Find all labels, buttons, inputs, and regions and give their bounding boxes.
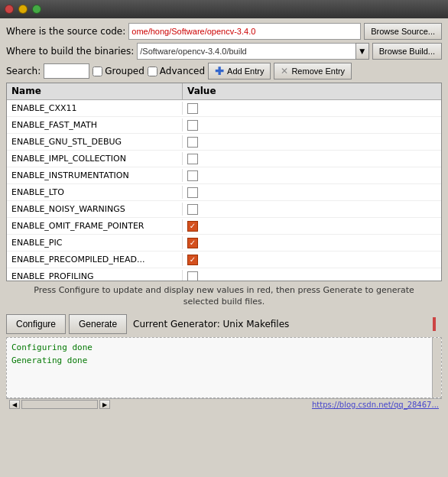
advanced-checkbox[interactable] [148, 67, 157, 76]
checked-checkbox[interactable]: ✓ [187, 255, 198, 265]
bottom-toolbar: Configure Generate Current Generator: Un… [6, 311, 442, 337]
source-row: Where is the source code: Browse Source.… [6, 23, 442, 40]
grouped-checkbox[interactable] [93, 67, 102, 76]
main-window: Where is the source code: Browse Source.… [0, 18, 448, 415]
configure-button[interactable]: Configure [6, 314, 66, 334]
cell-name: ENABLE_NOISY_WARNINGS [7, 203, 183, 216]
cell-value: ✓ [183, 253, 441, 267]
cell-name: ENABLE_LTO [7, 186, 183, 199]
build-dropdown-button[interactable]: ▼ [355, 43, 369, 60]
generator-bar [292, 317, 442, 331]
cell-value [183, 203, 441, 216]
unchecked-checkbox[interactable] [187, 137, 198, 148]
url-link[interactable]: https://blog.csdn.net/qq_28467... [312, 401, 439, 409]
cell-name: ENABLE_CXX11 [7, 102, 183, 115]
browse-build-button[interactable]: Browse Build... [372, 43, 442, 60]
cell-name: ENABLE_IMPL_COLLECTION [7, 152, 183, 165]
cell-value [183, 270, 441, 281]
build-row: Where to build the binaries: ▼ Browse Bu… [6, 43, 442, 60]
cell-value [183, 186, 441, 200]
cell-name: ENABLE_OMIT_FRAME_POINTER [7, 219, 183, 232]
horizontal-scrollbar: ◀ ▶ [9, 400, 110, 409]
cell-value: ✓ [183, 236, 441, 250]
build-input-container: ▼ [137, 43, 368, 60]
unchecked-checkbox[interactable] [187, 120, 198, 131]
table-row[interactable]: ENABLE_LTO [7, 184, 441, 201]
cell-name: ENABLE_FAST_MATH [7, 118, 183, 131]
table-row[interactable]: ENABLE_IMPL_COLLECTION [7, 151, 441, 167]
close-button[interactable] [5, 5, 14, 14]
checked-checkbox[interactable]: ✓ [187, 221, 198, 232]
generator-indicator [433, 317, 436, 331]
entries-table: Name Value ENABLE_CXX11ENABLE_FAST_MATHE… [6, 83, 442, 281]
toolbar-row: Search: Grouped Advanced ✚ Add Entry ✕ R… [6, 63, 442, 80]
column-value: Value [183, 83, 441, 99]
advanced-checkbox-label[interactable]: Advanced [148, 66, 205, 76]
unchecked-checkbox[interactable] [187, 204, 198, 215]
source-label: Where is the source code: [6, 26, 125, 37]
checked-checkbox[interactable]: ✓ [187, 238, 198, 248]
cell-name: ENABLE_PROFILING [7, 270, 183, 281]
add-icon: ✚ [215, 65, 224, 77]
cell-name: ENABLE_GNU_STL_DEBUG [7, 135, 183, 148]
table-row[interactable]: ENABLE_GNU_STL_DEBUG [7, 134, 441, 151]
cell-value [183, 135, 441, 149]
table-header: Name Value [7, 83, 441, 100]
table-row[interactable]: ENABLE_NOISY_WARNINGS [7, 201, 441, 218]
add-entry-button[interactable]: ✚ Add Entry [208, 63, 271, 80]
unchecked-checkbox[interactable] [187, 187, 198, 198]
table-row[interactable]: ENABLE_PRECOMPILED_HEAD...✓ [7, 251, 441, 268]
scroll-left-button[interactable]: ◀ [9, 400, 20, 409]
cell-name: ENABLE_INSTRUMENTATION [7, 169, 183, 182]
unchecked-checkbox[interactable] [187, 154, 198, 164]
output-line1: Configuring done [11, 341, 437, 355]
cell-name: ENABLE_PIC [7, 236, 183, 249]
cell-value [183, 169, 441, 183]
unchecked-checkbox[interactable] [187, 170, 198, 181]
search-label: Search: [6, 66, 41, 76]
minimize-button[interactable] [18, 5, 28, 14]
output-line2: Generating done [11, 354, 437, 368]
maximize-button[interactable] [32, 5, 41, 14]
cell-value [183, 102, 441, 115]
column-name: Name [7, 83, 183, 99]
status-text: Press Configure to update and display ne… [6, 281, 442, 311]
output-text: Configuring done Generating done [7, 338, 441, 371]
bottom-status-bar: ◀ ▶ https://blog.csdn.net/qq_28467... [6, 398, 442, 410]
build-label: Where to build the binaries: [6, 46, 134, 57]
table-body: ENABLE_CXX11ENABLE_FAST_MATHENABLE_GNU_S… [7, 100, 441, 281]
unchecked-checkbox[interactable] [187, 271, 198, 281]
unchecked-checkbox[interactable] [187, 103, 198, 114]
generator-label: Current Generator: Unix Makefiles [133, 319, 289, 329]
cell-value [183, 118, 441, 132]
table-row[interactable]: ENABLE_FAST_MATH [7, 117, 441, 134]
build-input[interactable] [137, 43, 355, 60]
table-row[interactable]: ENABLE_CXX11 [7, 100, 441, 117]
search-input[interactable] [44, 63, 89, 79]
table-row[interactable]: ENABLE_PIC✓ [7, 235, 441, 251]
table-row[interactable]: ENABLE_PROFILING [7, 268, 441, 281]
title-bar [0, 0, 448, 18]
table-row[interactable]: ENABLE_INSTRUMENTATION [7, 167, 441, 184]
output-area: Configuring done Generating done [6, 337, 442, 398]
browse-source-button[interactable]: Browse Source... [364, 23, 442, 40]
source-input[interactable] [128, 23, 361, 40]
cell-name: ENABLE_PRECOMPILED_HEAD... [7, 253, 183, 266]
grouped-checkbox-label[interactable]: Grouped [93, 66, 144, 76]
remove-entry-button[interactable]: ✕ Remove Entry [274, 63, 352, 80]
table-row[interactable]: ENABLE_OMIT_FRAME_POINTER✓ [7, 218, 441, 235]
generate-button[interactable]: Generate [69, 314, 127, 334]
remove-icon: ✕ [281, 66, 288, 76]
cell-value: ✓ [183, 219, 441, 233]
scroll-track[interactable] [21, 400, 98, 409]
scroll-right-button[interactable]: ▶ [99, 400, 110, 409]
cell-value [183, 152, 441, 166]
